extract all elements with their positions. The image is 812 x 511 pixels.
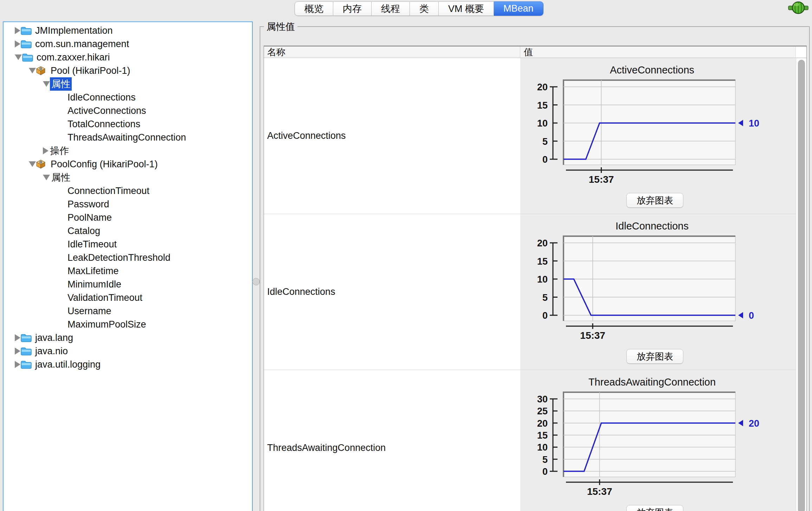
jconsole-window: { "tabs": { "items": [ {"label": "概览", "…	[0, 0, 812, 511]
tree-item-label: 属性	[50, 171, 72, 184]
expander-expanded-icon[interactable]	[43, 81, 50, 87]
tree-item-label: 操作	[49, 144, 70, 157]
tab-label: 内存	[343, 2, 362, 15]
tree-item-PoolName[interactable]: PoolName	[4, 211, 252, 224]
svg-text:15: 15	[537, 430, 548, 441]
expander-expanded-icon[interactable]	[29, 68, 36, 73]
svg-text:0: 0	[542, 154, 548, 165]
attribute-name-cell: ActiveConnections	[264, 58, 520, 214]
tree-item-MaximumPoolSize[interactable]: MaximumPoolSize	[4, 318, 252, 331]
tree-item-LeakDetectionThreshold[interactable]: LeakDetectionThreshold	[4, 251, 252, 264]
folder-icon	[20, 26, 34, 35]
tree-item-com.zaxxer.hikari[interactable]: com.zaxxer.hikari	[4, 51, 252, 64]
discard-chart-button[interactable]: 放弃图表	[626, 349, 683, 364]
attribute-value-cell: ActiveConnections0510152015:3710 放弃图表	[520, 58, 806, 214]
current-value-label: 10	[749, 118, 759, 129]
current-value-label: 0	[749, 310, 754, 321]
mbean-tree[interactable]: JMImplementation com.sun.management com.…	[3, 21, 253, 511]
tree-item-label: Pool (HikariPool-1)	[49, 65, 132, 77]
chart-title: ActiveConnections	[610, 64, 694, 76]
vertical-scrollbar[interactable]	[796, 58, 806, 511]
tree-item-属性[interactable]: 属性	[4, 77, 252, 91]
svg-text:25: 25	[537, 406, 548, 416]
tree-item-ActiveConnections[interactable]: ActiveConnections	[4, 104, 252, 117]
x-tick-label: 15:37	[589, 174, 614, 185]
tab-MBean[interactable]: MBean	[494, 1, 543, 16]
tree-item-com.sun.management[interactable]: com.sun.management	[4, 37, 252, 51]
expander-collapsed-icon[interactable]	[15, 334, 20, 341]
folder-icon	[20, 347, 34, 356]
attribute-name: IdleConnections	[267, 286, 335, 297]
attribute-chart: ActiveConnections0510152015:3710	[520, 58, 781, 214]
attribute-values-panel: 属性值 名称 值 ActiveConnections ActiveConnect…	[260, 20, 810, 511]
tab-线程[interactable]: 线程	[372, 1, 410, 16]
chart-title: ThreadsAwaitingConnection	[588, 376, 716, 388]
expander-expanded-icon[interactable]	[43, 175, 50, 180]
name-column-header[interactable]: 名称	[264, 46, 520, 58]
tree-item-label: ActiveConnections	[66, 105, 148, 117]
tree-item-label: IdleConnections	[66, 92, 137, 103]
tree-item-Catalog[interactable]: Catalog	[4, 224, 252, 238]
tree-item-TotalConnections[interactable]: TotalConnections	[4, 117, 252, 131]
tree-item-Password[interactable]: Password	[4, 198, 252, 211]
scrollbar-thumb[interactable]	[798, 60, 805, 511]
tree-item-Username[interactable]: Username	[4, 304, 252, 318]
split-pane-divider[interactable]	[253, 21, 260, 511]
folder-icon	[22, 53, 35, 62]
value-column-header[interactable]: 值	[520, 46, 796, 58]
tab-bar: 概览 内存 线程 类 VM 概要 MBean	[295, 1, 543, 16]
tree-item-label: java.nio	[34, 345, 69, 357]
attribute-name-cell: ThreadsAwaitingConnection	[264, 370, 520, 511]
tab-内存[interactable]: 内存	[333, 1, 372, 16]
tree-item-label: ThreadsAwaitingConnection	[66, 132, 187, 143]
tree-item-label: TotalConnections	[66, 118, 142, 130]
expander-expanded-icon[interactable]	[29, 161, 36, 167]
svg-text:15: 15	[537, 256, 548, 267]
tree-item-操作[interactable]: 操作	[4, 144, 252, 157]
attribute-name: ThreadsAwaitingConnection	[267, 442, 386, 453]
tree-item-java.nio[interactable]: java.nio	[4, 344, 252, 358]
tab-label: VM 概要	[448, 2, 484, 15]
tree-item-IdleTimeout[interactable]: IdleTimeout	[4, 238, 252, 251]
svg-text:20: 20	[537, 238, 548, 248]
tree-item-label: Password	[66, 199, 111, 210]
tree-item-label: IdleTimeout	[66, 239, 118, 250]
tab-概览[interactable]: 概览	[295, 1, 333, 16]
attribute-table-header: 名称 值	[264, 46, 806, 58]
tree-item-Pool (HikariPool-1)[interactable]: Pool (HikariPool-1)	[4, 64, 252, 77]
expander-collapsed-icon[interactable]	[15, 348, 20, 355]
tree-item-ValidationTimeout[interactable]: ValidationTimeout	[4, 291, 252, 304]
tree-item-java.lang[interactable]: java.lang	[4, 331, 252, 344]
attribute-values-title: 属性值	[264, 20, 297, 33]
divider-handle[interactable]	[252, 278, 260, 285]
tree-item-ThreadsAwaitingConnection[interactable]: ThreadsAwaitingConnection	[4, 131, 252, 144]
expander-expanded-icon[interactable]	[15, 54, 22, 60]
tree-item-JMImplementation[interactable]: JMImplementation	[4, 24, 252, 37]
expander-collapsed-icon[interactable]	[15, 40, 20, 47]
expander-collapsed-icon[interactable]	[15, 27, 20, 34]
tab-label: 类	[419, 2, 429, 15]
discard-chart-button[interactable]: 放弃图表	[626, 193, 683, 208]
tree-item-MinimumIdle[interactable]: MinimumIdle	[4, 278, 252, 291]
tab-VM 概要[interactable]: VM 概要	[439, 1, 494, 16]
svg-text:10: 10	[537, 442, 548, 453]
tree-item-MaxLifetime[interactable]: MaxLifetime	[4, 264, 252, 278]
tree-item-属性[interactable]: 属性	[4, 171, 252, 184]
svg-text:5: 5	[542, 136, 548, 147]
discard-chart-button[interactable]: 放弃图表	[626, 505, 683, 511]
svg-text:15: 15	[537, 100, 548, 111]
tree-item-label: JMImplementation	[34, 25, 114, 37]
tab-类[interactable]: 类	[410, 1, 439, 16]
tree-item-PoolConfig (HikariPool-1)[interactable]: PoolConfig (HikariPool-1)	[4, 157, 252, 171]
attribute-chart: ThreadsAwaitingConnection05101520253015:…	[520, 370, 781, 511]
tree-item-label: com.zaxxer.hikari	[35, 52, 111, 63]
tree-item-ConnectionTimeout[interactable]: ConnectionTimeout	[4, 184, 252, 198]
expander-collapsed-icon[interactable]	[43, 147, 49, 154]
tree-item-java.util.logging[interactable]: java.util.logging	[4, 358, 252, 371]
svg-text:10: 10	[537, 118, 548, 129]
chart-title: IdleConnections	[616, 220, 689, 232]
expander-collapsed-icon[interactable]	[15, 361, 20, 368]
tree-item-IdleConnections[interactable]: IdleConnections	[4, 91, 252, 104]
tree-item-label: MaximumPoolSize	[66, 319, 148, 330]
attribute-value-cell: IdleConnections0510152015:370 放弃图表	[520, 214, 806, 370]
